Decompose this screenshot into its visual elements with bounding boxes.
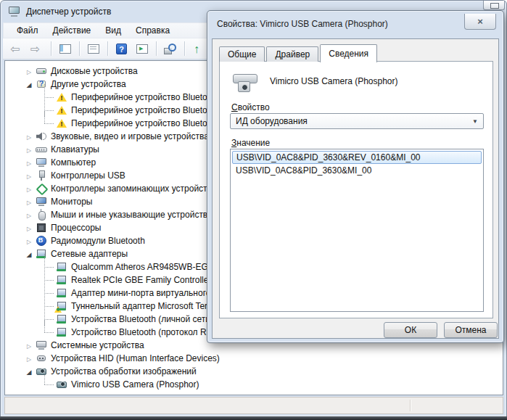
expand-icon[interactable] [25,66,33,76]
tree-item-label: Звуковые, видео и игровые устройства [47,131,209,141]
network-adapter-icon [56,326,67,338]
tree-item-label: Мыши и иные указывающие устройства [47,210,213,220]
computer-icon [36,157,47,168]
collapse-icon[interactable] [25,366,33,376]
expand-icon[interactable] [25,353,33,363]
device-manager-icon [8,6,20,17]
menu-item[interactable]: Действие [46,24,99,37]
expand-icon[interactable] [25,236,33,246]
tree-item-label: Процессоры [47,223,102,233]
network-warning-icon [56,300,67,312]
tree-item-label: Компьютер [47,157,96,168]
tree-item-label: Vimicro USB Camera (Phosphor) [67,379,199,390]
tree-item-label: Контроллеры запоминающих устройств [47,184,212,194]
properties-icon [87,43,100,55]
system-device-icon [36,339,47,351]
console-tree-icon [59,43,72,55]
expand-icon[interactable] [25,210,33,220]
chevron-down-icon: ▼ [472,118,478,125]
warning-icon [56,91,67,103]
menu-item[interactable]: Файл [9,24,46,37]
close-icon[interactable] [464,14,496,30]
toolbar-separator [156,41,157,56]
menu-item[interactable]: Вид [98,24,128,37]
usb-icon [36,170,47,181]
tree-item-label: Дисковые устройства [47,66,138,76]
toolbar-separator [79,41,80,56]
value-label: Значение [231,138,270,148]
cancel-button[interactable]: Отмена [444,322,498,338]
menu-item[interactable]: Справка [128,24,177,37]
expand-icon[interactable] [25,340,33,350]
tree-item[interactable]: Устройства обработки изображений [5,365,503,378]
collapse-icon[interactable] [25,249,33,259]
expand-icon[interactable] [25,131,33,141]
window-title: Диспетчер устройств [26,7,111,17]
maximize-button-fragment[interactable] [483,1,505,10]
tab-general[interactable]: Общие [219,46,265,62]
tab-driver[interactable]: Драйвер [266,46,318,62]
expand-icon[interactable] [25,144,33,155]
tree-item-label: Периферийное устройство Bluetooth [67,105,219,115]
expand-icon[interactable] [25,170,33,181]
hid-icon [36,353,47,364]
property-select-value: ИД оборудования [236,116,308,126]
tree-item-label: Периферийное устройство Bluetooth [67,118,219,128]
console-tree-button[interactable] [56,40,75,57]
details-tab-page: Vimicro USB Camera (Phosphor) Свойство И… [219,61,493,318]
forward-icon [30,43,44,55]
update-driver-button[interactable] [189,40,208,57]
dialog-title: Свойства: Vimicro USB Camera (Phosphor) [217,19,388,29]
tree-item-label: Realtek PCIe GBE Family Controller [67,275,211,285]
tree-item-label: Радиомодули Bluetooth [47,236,145,246]
network-adapter-icon [56,261,67,273]
ok-button[interactable]: ОК [384,322,437,338]
action-pane-button[interactable] [133,40,152,57]
tree-item-label: Устройства обработки изображений [47,366,197,376]
imaging-device-icon [36,366,47,377]
value-item[interactable]: USB\VID_0AC8&PID_3630&REV_0160&MI_00 [232,151,482,164]
statusbar-divider [410,400,411,411]
tab-strip: ОбщиеДрайверСведения [219,43,379,62]
forward-button[interactable] [28,40,46,57]
tree-item[interactable]: Устройства HID (Human Interface Devices) [5,352,503,365]
audio-icon [36,131,47,142]
tab-details[interactable]: Сведения [320,44,377,62]
tree-item-label: Мониторы [47,197,92,207]
expand-icon[interactable] [25,223,33,233]
toolbar-separator [51,41,51,56]
action-pane-icon [136,43,149,55]
collapse-icon[interactable] [25,79,33,89]
value-item[interactable]: USB\VID_0AC8&PID_3630&MI_00 [232,164,482,177]
tree-item-label: Устройства Bluetooth (личной сети) [67,314,213,324]
value-list[interactable]: USB\VID_0AC8&PID_3630&REV_0160&MI_00USB\… [230,149,484,312]
expand-icon[interactable] [25,184,33,194]
expand-icon[interactable] [25,157,33,168]
imaging-device-icon [56,379,67,390]
warning-icon [56,104,67,116]
tree-item-label: Сетевые адаптеры [47,249,128,259]
tree-item[interactable]: Vimicro USB Camera (Phosphor) [5,378,503,391]
storage-controller-icon [36,183,47,194]
tree-item-label: Устройства HID (Human Interface Devices) [47,353,220,363]
back-icon [10,43,23,55]
tree-item-label: Системные устройства [47,340,144,350]
tree-item-label: Туннельный адаптер Microsoft Teredo [67,301,222,311]
unknown-device-icon [36,78,47,90]
network-adapter-icon [56,274,67,286]
back-button[interactable] [7,40,26,57]
device-header: Vimicro USB Camera (Phosphor) [231,69,398,94]
properties-dialog: Свойства: Vimicro USB Camera (Phosphor) … [207,10,504,343]
device-search-icon [164,43,177,55]
device-search-button[interactable] [161,40,180,57]
network-adapter-icon [56,287,67,299]
property-select[interactable]: ИД оборудования ▼ [230,113,484,129]
tree-item-label: Клавиатуры [47,144,99,155]
device-name: Vimicro USB Camera (Phosphor) [270,76,398,86]
toolbar-separator [107,41,108,56]
properties-button[interactable] [84,40,103,57]
network-adapter-icon [36,248,47,260]
help-button[interactable] [112,40,131,57]
expand-icon[interactable] [25,197,33,207]
tree-item-label: Контроллеры USB [47,170,125,181]
